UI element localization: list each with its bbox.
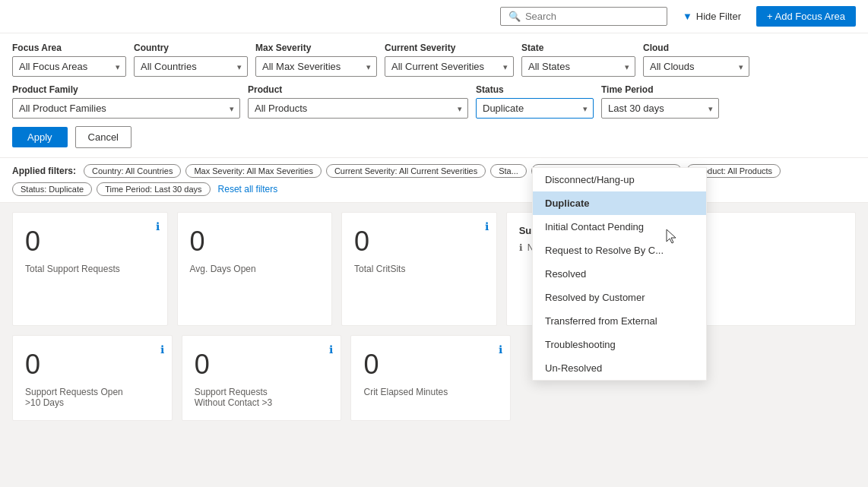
dropdown-item-resolved-by-customer[interactable]: Resolved by Customer: [533, 286, 706, 309]
total-critsits-label: Total CritSits: [354, 264, 405, 274]
filter-tag: Max Severity: All Max Severities: [185, 164, 322, 178]
dropdown-item-transferred-external[interactable]: Transferred from External: [533, 309, 706, 333]
cloud-label: Cloud: [643, 43, 749, 53]
apply-button[interactable]: Apply: [12, 127, 68, 147]
avg-days-open-value: 0: [190, 225, 205, 258]
max-severity-select-wrapper[interactable]: All Max Severities: [255, 56, 377, 77]
avg-days-open-card: 0 Avg. Days Open: [177, 212, 333, 326]
no-results-info-icon: ℹ: [519, 242, 523, 253]
product-family-filter: Product Family All Product Families: [12, 84, 240, 119]
main-content: ℹ 0 Total Support Requests 0 Avg. Days O…: [0, 203, 868, 430]
filter-buttons: Apply Cancel: [12, 126, 856, 148]
current-severity-label: Current Severity: [385, 43, 514, 53]
product-family-select[interactable]: All Product Families: [12, 98, 240, 119]
info-icon: ℹ: [329, 343, 333, 356]
dropdown-item-resolved[interactable]: Resolved: [533, 262, 706, 286]
max-severity-filter: Max Severity All Max Severities: [255, 43, 377, 77]
filter-row-2: Product Family All Product Families Prod…: [12, 84, 856, 119]
filter-tag: Sta...: [490, 164, 527, 178]
status-filter: Status Duplicate: [476, 84, 594, 119]
time-period-select[interactable]: Last 30 days: [601, 98, 719, 119]
time-period-filter: Time Period Last 30 days: [601, 84, 719, 119]
info-icon: ℹ: [485, 220, 489, 232]
crit-elapsed-minutes-value: 0: [363, 348, 379, 381]
filter-tag: Status: Duplicate: [12, 182, 92, 196]
product-family-label: Product Family: [12, 84, 240, 95]
state-label: State: [521, 43, 635, 53]
status-select-wrapper[interactable]: Duplicate: [476, 98, 594, 119]
cloud-select[interactable]: All Clouds: [643, 56, 749, 77]
dropdown-item-request-resolve[interactable]: Request to Resolve By C...: [533, 239, 706, 262]
current-severity-filter: Current Severity All Current Severities: [385, 43, 514, 77]
total-support-requests-value: 0: [25, 225, 40, 258]
applied-filters-label: Applied filters:: [12, 166, 76, 176]
focus-area-label: Focus Area: [12, 43, 126, 53]
filter-tag: Country: All Countries: [84, 164, 181, 178]
dropdown-item-duplicate[interactable]: Duplicate: [533, 191, 706, 215]
state-select-wrapper[interactable]: All States: [521, 56, 635, 77]
country-label: Country: [134, 43, 248, 53]
state-filter: State All States: [521, 43, 635, 77]
product-label: Product: [248, 84, 468, 95]
cards-row-1: ℹ 0 Total Support Requests 0 Avg. Days O…: [12, 212, 856, 326]
max-severity-select[interactable]: All Max Severities: [255, 56, 377, 77]
cloud-select-wrapper[interactable]: All Clouds: [643, 56, 749, 77]
support-requests-without-contact-value: 0: [195, 348, 210, 381]
current-severity-select[interactable]: All Current Severities: [385, 56, 514, 77]
product-family-select-wrapper[interactable]: All Product Families: [12, 98, 240, 119]
crit-elapsed-minutes-card: ℹ 0 Crit Elapsed Minutes: [350, 335, 511, 421]
support-requests-open-10-days-value: 0: [25, 348, 40, 381]
status-label: Status: [476, 84, 594, 95]
time-period-label: Time Period: [601, 84, 719, 95]
filter-icon: ▼: [683, 11, 692, 22]
dropdown-item-un-resolved[interactable]: Un-Resolved: [533, 356, 706, 380]
info-icon: ℹ: [160, 343, 164, 356]
status-select[interactable]: Duplicate: [476, 98, 594, 119]
country-select-wrapper[interactable]: All Countries: [134, 56, 248, 77]
focus-area-select[interactable]: All Focus Areas: [12, 56, 126, 77]
support-requests-without-contact-card: ℹ 0 Support RequestsWithout Contact >3: [182, 335, 342, 421]
country-filter: Country All Countries: [134, 43, 248, 77]
focus-area-select-wrapper[interactable]: All Focus Areas: [12, 56, 126, 77]
state-select[interactable]: All States: [521, 56, 635, 77]
info-icon: ℹ: [156, 220, 160, 232]
search-input[interactable]: [525, 11, 659, 22]
time-period-select-wrapper[interactable]: Last 30 days: [601, 98, 719, 119]
search-icon: 🔍: [508, 11, 521, 22]
support-requests-without-contact-label: Support RequestsWithout Contact >3: [195, 387, 272, 408]
total-critsits-card: ℹ 0 Total CritSits: [341, 212, 497, 326]
cancel-button[interactable]: Cancel: [75, 126, 131, 148]
cloud-filter: Cloud All Clouds: [643, 43, 749, 77]
support-requests-open-10-days-label: Support Requests Open>10 Days: [25, 387, 123, 408]
top-bar: 🔍 ▼ Hide Filter + Add Focus Area: [0, 0, 868, 33]
reset-all-filters-link[interactable]: Reset all filters: [218, 184, 278, 194]
search-box[interactable]: 🔍: [500, 7, 667, 26]
crit-elapsed-minutes-label: Crit Elapsed Minutes: [363, 387, 448, 397]
dropdown-item-initial-contact[interactable]: Initial Contact Pending: [533, 215, 706, 239]
current-severity-select-wrapper[interactable]: All Current Severities: [385, 56, 514, 77]
dropdown-item-disconnect[interactable]: Disconnect/Hang-up: [533, 168, 706, 191]
cards-row-2: ℹ 0 Support Requests Open>10 Days ℹ 0 Su…: [12, 335, 856, 421]
applied-filters-bar: Applied filters: Country: All Countries …: [0, 158, 868, 203]
product-filter: Product All Products: [248, 84, 468, 119]
dropdown-item-troubleshooting[interactable]: Troubleshooting: [533, 333, 706, 356]
avg-days-open-label: Avg. Days Open: [190, 264, 256, 274]
total-critsits-value: 0: [354, 225, 369, 258]
filter-panel: Focus Area All Focus Areas Country All C…: [0, 33, 868, 158]
focus-area-filter: Focus Area All Focus Areas: [12, 43, 126, 77]
filter-tag: Current Severity: All Current Severities: [326, 164, 486, 178]
country-select[interactable]: All Countries: [134, 56, 248, 77]
hide-filter-button[interactable]: ▼ Hide Filter: [675, 7, 749, 26]
add-focus-area-button[interactable]: + Add Focus Area: [756, 6, 856, 27]
status-dropdown: Disconnect/Hang-up Duplicate Initial Con…: [532, 167, 707, 381]
filter-row-1: Focus Area All Focus Areas Country All C…: [12, 43, 856, 77]
support-requests-open-10-days-card: ℹ 0 Support Requests Open>10 Days: [12, 335, 173, 421]
max-severity-label: Max Severity: [255, 43, 377, 53]
filter-tag: Time Period: Last 30 days: [97, 182, 210, 196]
info-icon: ℹ: [499, 343, 502, 356]
total-support-requests-label: Total Support Requests: [25, 264, 120, 274]
total-support-requests-card: ℹ 0 Total Support Requests: [12, 212, 168, 326]
product-select[interactable]: All Products: [248, 98, 468, 119]
product-select-wrapper[interactable]: All Products: [248, 98, 468, 119]
